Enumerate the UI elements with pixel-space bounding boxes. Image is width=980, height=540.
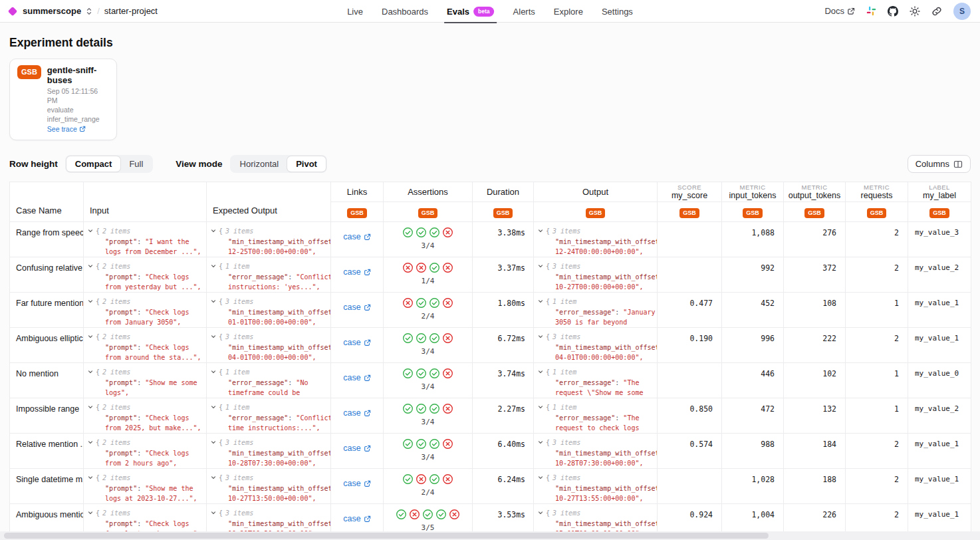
assertions-cell: 3/4 — [384, 434, 473, 469]
json-expand-chevron[interactable] — [88, 510, 93, 515]
json-expand-chevron[interactable] — [88, 299, 93, 304]
json-expand-chevron[interactable] — [211, 228, 216, 233]
json-expand-chevron[interactable] — [211, 263, 216, 269]
nav-tab-settings[interactable]: Settings — [602, 0, 633, 23]
case-link[interactable]: case — [343, 514, 370, 523]
json-expand-chevron[interactable] — [538, 299, 543, 304]
json-expand-chevron[interactable] — [88, 475, 93, 480]
json-item-count: 2 items — [102, 263, 130, 270]
case-link[interactable]: case — [343, 479, 370, 488]
case-name-cell: Relative mention ... — [10, 434, 84, 469]
project-name[interactable]: starter-project — [104, 6, 158, 16]
brand-diamond-icon — [8, 6, 17, 15]
json-expand-chevron[interactable] — [88, 369, 93, 374]
json-item-count: 1 item — [225, 404, 249, 411]
view-mode-horizontal-button[interactable]: Horizontal — [231, 156, 288, 172]
case-link[interactable]: case — [343, 303, 370, 312]
assertion-pass-icon — [416, 297, 427, 309]
json-expand-chevron[interactable] — [88, 404, 93, 410]
json-expand-chevron[interactable] — [88, 228, 93, 233]
output-tokens-cell: 222 — [784, 328, 846, 363]
assertion-pass-icon — [429, 262, 440, 273]
expected-output-cell: {1 item"error_message": "Conflictinginst… — [207, 257, 331, 293]
user-avatar[interactable]: S — [953, 3, 971, 20]
assertion-pass-icon — [416, 403, 427, 414]
columns-button[interactable]: Columns — [908, 155, 971, 173]
case-link[interactable]: case — [343, 232, 370, 241]
experiment-card[interactable]: GSB gentle-sniff-buses Sep 05 12:11:56 P… — [9, 59, 117, 140]
experiment-column-badge: GSB — [384, 202, 473, 222]
assertion-pass-icon — [402, 403, 414, 414]
assertion-fail-icon — [409, 509, 420, 520]
external-link-icon — [364, 410, 371, 417]
json-item-count: 3 items — [225, 333, 253, 340]
json-code-line: "prompt": "Check logs — [105, 342, 206, 352]
row-height-compact-button[interactable]: Compact — [66, 156, 121, 172]
nav-tab-evals[interactable]: Evals beta — [447, 0, 494, 23]
json-expand-chevron[interactable] — [538, 404, 543, 410]
json-expand-chevron[interactable] — [211, 510, 216, 515]
column-header: Output — [534, 182, 658, 202]
json-expand-chevron[interactable] — [538, 369, 543, 374]
json-item-count: 2 items — [102, 474, 130, 481]
json-expand-chevron[interactable] — [211, 440, 216, 445]
org-switcher-icon[interactable] — [86, 7, 92, 15]
scrollbar-thumb[interactable] — [4, 533, 769, 539]
case-link[interactable]: case — [343, 338, 370, 347]
json-code-line: "prompt": "I want the — [105, 237, 206, 247]
json-expand-chevron[interactable] — [211, 334, 216, 339]
json-code-line: from 2 hours ago", — [105, 458, 206, 468]
case-link[interactable]: case — [343, 408, 370, 418]
column-header: METRICrequests — [846, 182, 908, 202]
json-expand-chevron[interactable] — [88, 440, 93, 445]
json-expand-chevron[interactable] — [538, 263, 543, 269]
row-height-full-button[interactable]: Full — [120, 156, 152, 172]
expected-output-cell: {3 items"min_timestamp_with_offset":10-2… — [207, 469, 331, 504]
json-expand-chevron[interactable] — [538, 228, 543, 233]
results-table: Case NameInputExpected OutputLinksAssert… — [9, 182, 971, 540]
json-expand-chevron[interactable] — [538, 510, 543, 515]
score-cell: 0.574 — [658, 434, 722, 469]
table-row: Relative mention ...{2 items"prompt": "C… — [10, 434, 971, 469]
output-cell: {3 items"min_timestamp_with_offset":12-2… — [534, 222, 658, 257]
see-trace-link[interactable]: See trace — [47, 124, 86, 134]
github-icon[interactable] — [888, 6, 898, 17]
case-link[interactable]: case — [343, 444, 370, 453]
external-link-icon — [364, 445, 371, 452]
assertions-cell: 2/4 — [384, 293, 473, 328]
horizontal-scrollbar[interactable] — [0, 531, 980, 540]
json-expand-chevron[interactable] — [538, 440, 543, 445]
json-expand-chevron[interactable] — [538, 475, 543, 480]
nav-tab-dashboards[interactable]: Dashboards — [382, 0, 428, 23]
input-cell: {2 items"prompt": "Show me thelogs at 20… — [84, 469, 207, 504]
json-item-count: 3 items — [225, 439, 253, 446]
beta-badge: beta — [473, 7, 494, 17]
docs-link[interactable]: Docs — [824, 6, 855, 16]
assertion-pass-icon — [402, 333, 414, 344]
json-expand-chevron[interactable] — [88, 334, 93, 339]
json-expand-chevron[interactable] — [211, 299, 216, 304]
assertion-score: 2/4 — [384, 312, 472, 321]
view-mode-pivot-button[interactable]: Pivot — [287, 156, 326, 172]
nav-tab-alerts[interactable]: Alerts — [513, 0, 535, 23]
json-expand-chevron[interactable] — [88, 263, 93, 269]
json-code-line: time instructions:...", — [228, 423, 330, 433]
json-expand-chevron[interactable] — [211, 475, 216, 480]
nav-tab-explore[interactable]: Explore — [554, 0, 583, 23]
theme-toggle-icon[interactable] — [910, 6, 920, 17]
nav-tab-live[interactable]: Live — [347, 0, 363, 23]
json-expand-chevron[interactable] — [211, 404, 216, 410]
json-expand-chevron[interactable] — [211, 369, 216, 374]
experiment-column-badge: GSB — [784, 202, 846, 222]
json-item-count: 1 item — [225, 263, 249, 270]
json-code-line: "min_timestamp_with_offset": — [228, 448, 330, 458]
share-link-icon[interactable] — [931, 6, 942, 17]
json-expand-chevron[interactable] — [538, 334, 543, 339]
json-item-count: 3 items — [225, 474, 253, 481]
json-item-count: 3 items — [552, 439, 580, 446]
slack-icon[interactable] — [866, 6, 876, 16]
case-link[interactable]: case — [343, 373, 370, 382]
org-name[interactable]: summerscope — [23, 6, 81, 16]
case-link[interactable]: case — [343, 267, 370, 277]
output-tokens-cell: 184 — [784, 434, 846, 469]
